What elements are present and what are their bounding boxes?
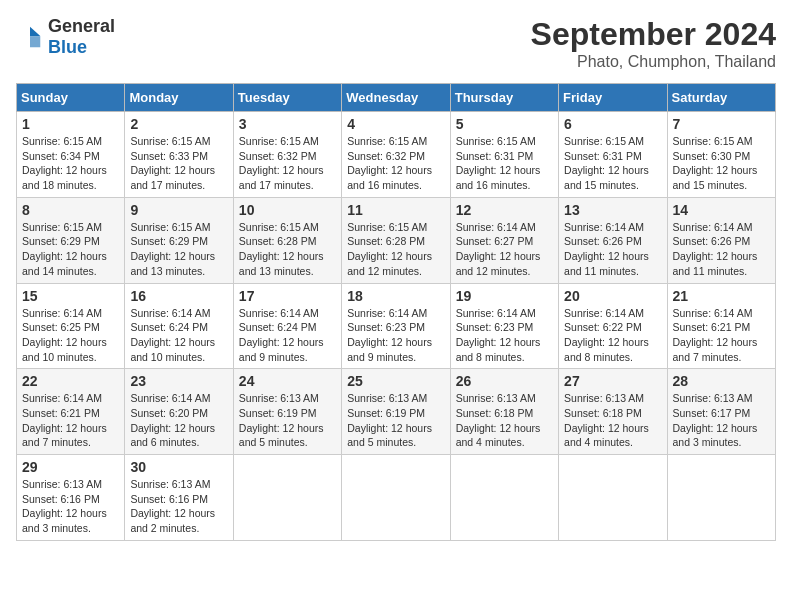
day-number: 6 bbox=[564, 116, 661, 132]
day-number: 27 bbox=[564, 373, 661, 389]
day-info: Sunrise: 6:15 AMSunset: 6:31 PMDaylight:… bbox=[564, 134, 661, 193]
day-number: 9 bbox=[130, 202, 227, 218]
day-info: Sunrise: 6:15 AMSunset: 6:29 PMDaylight:… bbox=[22, 220, 119, 279]
calendar-day-cell: 5Sunrise: 6:15 AMSunset: 6:31 PMDaylight… bbox=[450, 112, 558, 198]
weekday-header-wednesday: Wednesday bbox=[342, 84, 450, 112]
calendar-day-cell: 25Sunrise: 6:13 AMSunset: 6:19 PMDayligh… bbox=[342, 369, 450, 455]
page-header: General Blue September 2024 Phato, Chump… bbox=[16, 16, 776, 71]
empty-cell bbox=[450, 455, 558, 541]
day-info: Sunrise: 6:15 AMSunset: 6:32 PMDaylight:… bbox=[347, 134, 444, 193]
day-info: Sunrise: 6:14 AMSunset: 6:23 PMDaylight:… bbox=[456, 306, 553, 365]
logo-icon bbox=[16, 23, 44, 51]
empty-cell bbox=[342, 455, 450, 541]
calendar-table: SundayMondayTuesdayWednesdayThursdayFrid… bbox=[16, 83, 776, 541]
day-number: 19 bbox=[456, 288, 553, 304]
day-number: 8 bbox=[22, 202, 119, 218]
calendar-day-cell: 26Sunrise: 6:13 AMSunset: 6:18 PMDayligh… bbox=[450, 369, 558, 455]
day-number: 24 bbox=[239, 373, 336, 389]
day-info: Sunrise: 6:13 AMSunset: 6:18 PMDaylight:… bbox=[456, 391, 553, 450]
calendar-day-cell: 2Sunrise: 6:15 AMSunset: 6:33 PMDaylight… bbox=[125, 112, 233, 198]
empty-cell bbox=[559, 455, 667, 541]
calendar-day-cell: 1Sunrise: 6:15 AMSunset: 6:34 PMDaylight… bbox=[17, 112, 125, 198]
calendar-day-cell: 4Sunrise: 6:15 AMSunset: 6:32 PMDaylight… bbox=[342, 112, 450, 198]
calendar-day-cell: 28Sunrise: 6:13 AMSunset: 6:17 PMDayligh… bbox=[667, 369, 775, 455]
day-info: Sunrise: 6:15 AMSunset: 6:33 PMDaylight:… bbox=[130, 134, 227, 193]
day-info: Sunrise: 6:14 AMSunset: 6:22 PMDaylight:… bbox=[564, 306, 661, 365]
day-number: 28 bbox=[673, 373, 770, 389]
day-info: Sunrise: 6:14 AMSunset: 6:24 PMDaylight:… bbox=[239, 306, 336, 365]
svg-marker-1 bbox=[30, 36, 40, 47]
day-number: 1 bbox=[22, 116, 119, 132]
day-info: Sunrise: 6:13 AMSunset: 6:16 PMDaylight:… bbox=[130, 477, 227, 536]
calendar-day-cell: 11Sunrise: 6:15 AMSunset: 6:28 PMDayligh… bbox=[342, 197, 450, 283]
day-number: 23 bbox=[130, 373, 227, 389]
day-info: Sunrise: 6:15 AMSunset: 6:32 PMDaylight:… bbox=[239, 134, 336, 193]
day-number: 2 bbox=[130, 116, 227, 132]
day-number: 11 bbox=[347, 202, 444, 218]
logo-blue: Blue bbox=[48, 37, 87, 57]
calendar-week-row: 15Sunrise: 6:14 AMSunset: 6:25 PMDayligh… bbox=[17, 283, 776, 369]
day-info: Sunrise: 6:15 AMSunset: 6:28 PMDaylight:… bbox=[239, 220, 336, 279]
day-info: Sunrise: 6:14 AMSunset: 6:20 PMDaylight:… bbox=[130, 391, 227, 450]
svg-marker-0 bbox=[30, 27, 40, 36]
day-info: Sunrise: 6:14 AMSunset: 6:21 PMDaylight:… bbox=[673, 306, 770, 365]
calendar-day-cell: 21Sunrise: 6:14 AMSunset: 6:21 PMDayligh… bbox=[667, 283, 775, 369]
day-number: 16 bbox=[130, 288, 227, 304]
day-info: Sunrise: 6:13 AMSunset: 6:19 PMDaylight:… bbox=[347, 391, 444, 450]
weekday-header-monday: Monday bbox=[125, 84, 233, 112]
calendar-day-cell: 29Sunrise: 6:13 AMSunset: 6:16 PMDayligh… bbox=[17, 455, 125, 541]
day-number: 21 bbox=[673, 288, 770, 304]
day-info: Sunrise: 6:15 AMSunset: 6:34 PMDaylight:… bbox=[22, 134, 119, 193]
day-info: Sunrise: 6:14 AMSunset: 6:24 PMDaylight:… bbox=[130, 306, 227, 365]
month-title: September 2024 bbox=[531, 16, 776, 53]
day-info: Sunrise: 6:13 AMSunset: 6:19 PMDaylight:… bbox=[239, 391, 336, 450]
calendar-day-cell: 24Sunrise: 6:13 AMSunset: 6:19 PMDayligh… bbox=[233, 369, 341, 455]
day-number: 18 bbox=[347, 288, 444, 304]
calendar-day-cell: 12Sunrise: 6:14 AMSunset: 6:27 PMDayligh… bbox=[450, 197, 558, 283]
day-info: Sunrise: 6:14 AMSunset: 6:25 PMDaylight:… bbox=[22, 306, 119, 365]
calendar-day-cell: 30Sunrise: 6:13 AMSunset: 6:16 PMDayligh… bbox=[125, 455, 233, 541]
logo: General Blue bbox=[16, 16, 115, 58]
day-info: Sunrise: 6:15 AMSunset: 6:30 PMDaylight:… bbox=[673, 134, 770, 193]
calendar-day-cell: 18Sunrise: 6:14 AMSunset: 6:23 PMDayligh… bbox=[342, 283, 450, 369]
day-number: 13 bbox=[564, 202, 661, 218]
weekday-header-tuesday: Tuesday bbox=[233, 84, 341, 112]
weekday-header-friday: Friday bbox=[559, 84, 667, 112]
day-number: 25 bbox=[347, 373, 444, 389]
calendar-day-cell: 8Sunrise: 6:15 AMSunset: 6:29 PMDaylight… bbox=[17, 197, 125, 283]
day-number: 5 bbox=[456, 116, 553, 132]
calendar-day-cell: 15Sunrise: 6:14 AMSunset: 6:25 PMDayligh… bbox=[17, 283, 125, 369]
day-info: Sunrise: 6:13 AMSunset: 6:16 PMDaylight:… bbox=[22, 477, 119, 536]
empty-cell bbox=[233, 455, 341, 541]
day-info: Sunrise: 6:14 AMSunset: 6:26 PMDaylight:… bbox=[673, 220, 770, 279]
calendar-day-cell: 10Sunrise: 6:15 AMSunset: 6:28 PMDayligh… bbox=[233, 197, 341, 283]
calendar-day-cell: 23Sunrise: 6:14 AMSunset: 6:20 PMDayligh… bbox=[125, 369, 233, 455]
calendar-week-row: 1Sunrise: 6:15 AMSunset: 6:34 PMDaylight… bbox=[17, 112, 776, 198]
day-number: 20 bbox=[564, 288, 661, 304]
calendar-week-row: 29Sunrise: 6:13 AMSunset: 6:16 PMDayligh… bbox=[17, 455, 776, 541]
calendar-day-cell: 22Sunrise: 6:14 AMSunset: 6:21 PMDayligh… bbox=[17, 369, 125, 455]
weekday-header-saturday: Saturday bbox=[667, 84, 775, 112]
day-number: 26 bbox=[456, 373, 553, 389]
day-number: 4 bbox=[347, 116, 444, 132]
day-info: Sunrise: 6:15 AMSunset: 6:29 PMDaylight:… bbox=[130, 220, 227, 279]
day-number: 12 bbox=[456, 202, 553, 218]
empty-cell bbox=[667, 455, 775, 541]
day-number: 30 bbox=[130, 459, 227, 475]
day-number: 22 bbox=[22, 373, 119, 389]
location-title: Phato, Chumphon, Thailand bbox=[531, 53, 776, 71]
day-info: Sunrise: 6:14 AMSunset: 6:26 PMDaylight:… bbox=[564, 220, 661, 279]
day-number: 14 bbox=[673, 202, 770, 218]
day-number: 29 bbox=[22, 459, 119, 475]
day-info: Sunrise: 6:13 AMSunset: 6:17 PMDaylight:… bbox=[673, 391, 770, 450]
calendar-day-cell: 9Sunrise: 6:15 AMSunset: 6:29 PMDaylight… bbox=[125, 197, 233, 283]
day-number: 7 bbox=[673, 116, 770, 132]
day-number: 17 bbox=[239, 288, 336, 304]
calendar-day-cell: 16Sunrise: 6:14 AMSunset: 6:24 PMDayligh… bbox=[125, 283, 233, 369]
calendar-day-cell: 27Sunrise: 6:13 AMSunset: 6:18 PMDayligh… bbox=[559, 369, 667, 455]
calendar-day-cell: 17Sunrise: 6:14 AMSunset: 6:24 PMDayligh… bbox=[233, 283, 341, 369]
day-info: Sunrise: 6:14 AMSunset: 6:21 PMDaylight:… bbox=[22, 391, 119, 450]
calendar-week-row: 8Sunrise: 6:15 AMSunset: 6:29 PMDaylight… bbox=[17, 197, 776, 283]
day-info: Sunrise: 6:14 AMSunset: 6:23 PMDaylight:… bbox=[347, 306, 444, 365]
calendar-day-cell: 7Sunrise: 6:15 AMSunset: 6:30 PMDaylight… bbox=[667, 112, 775, 198]
